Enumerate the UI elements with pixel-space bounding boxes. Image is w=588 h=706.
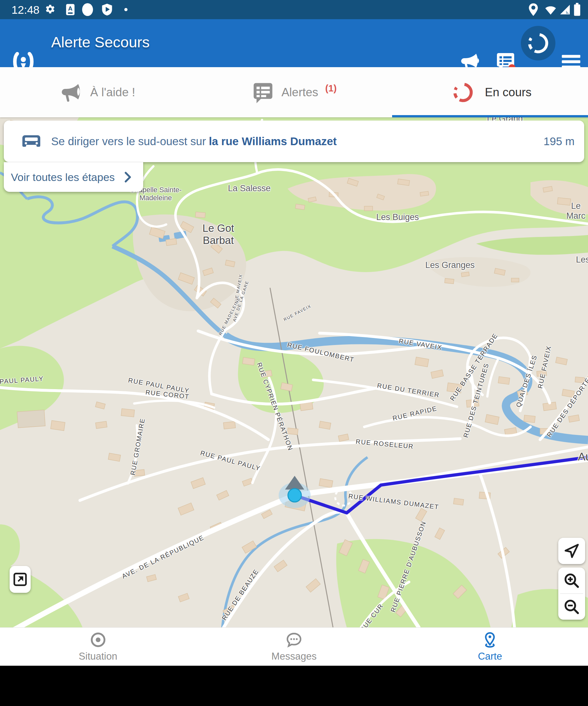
- bottom-nav-situation[interactable]: Situation: [0, 628, 196, 666]
- instruction-prefix: Se diriger vers le sud-ouest sur: [51, 135, 206, 148]
- tab-label: À l'aide !: [90, 86, 135, 99]
- bottom-nav-carte[interactable]: Carte: [392, 628, 588, 666]
- zoom-in-icon: [563, 572, 580, 589]
- shield-play-icon: [101, 0, 113, 19]
- recenter-compass-button[interactable]: [558, 538, 585, 564]
- open-external-map-button[interactable]: [10, 566, 31, 593]
- status-bar: 12:48 A: [0, 0, 588, 19]
- instruction-distance: 195 m: [544, 121, 575, 162]
- zoom-in-button[interactable]: [558, 567, 585, 593]
- location-pin-icon: [528, 0, 539, 19]
- android-navigation-bar: [0, 666, 588, 706]
- app-title: Alerte Secours: [51, 33, 150, 51]
- alert-list-icon: [252, 81, 275, 104]
- navigation-arrow-icon: [563, 543, 580, 559]
- signal-icon: [558, 0, 572, 19]
- gear-icon: [44, 0, 56, 19]
- tab-alertes[interactable]: Alertes (1): [196, 67, 392, 117]
- view-all-steps-label: Voir toutes les étapes: [11, 171, 115, 184]
- notification-dot-icon: [81, 0, 94, 19]
- svg-text:A: A: [68, 5, 73, 12]
- tab-en-cours[interactable]: En cours: [392, 67, 588, 117]
- situation-target-icon: [90, 631, 107, 648]
- app-bar: Alerte Secours: [0, 19, 588, 67]
- bottom-nav-label: Carte: [478, 651, 502, 662]
- zoom-out-icon: [563, 598, 580, 615]
- map-pin-icon: [481, 631, 498, 648]
- bottom-nav-label: Messages: [271, 651, 317, 662]
- messages-bubble-icon: [285, 631, 303, 648]
- bottom-nav-label: Situation: [79, 651, 117, 662]
- tab-a-laide[interactable]: À l'aide !: [0, 67, 196, 117]
- tab-label: Alertes: [282, 86, 318, 99]
- auto-brightness-icon: A: [66, 0, 75, 19]
- status-dot-icon: [124, 0, 128, 19]
- tab-label: En cours: [485, 86, 532, 99]
- instruction-street: la rue Williams Dumazet: [209, 135, 336, 148]
- bottom-navigation: Situation Messages Carte: [0, 627, 588, 666]
- external-link-icon: [13, 572, 28, 587]
- zoom-panel: [558, 567, 585, 620]
- status-time: 12:48: [11, 3, 40, 16]
- bottom-nav-messages[interactable]: Messages: [196, 628, 392, 666]
- zoom-out-button[interactable]: [558, 594, 585, 620]
- battery-icon: [573, 0, 581, 19]
- tab-bar: À l'aide ! Alertes (1) En cours: [0, 67, 588, 117]
- in-progress-spinner-icon: [448, 78, 478, 107]
- view-all-steps-button[interactable]: Voir toutes les étapes: [4, 162, 143, 192]
- tab-alertes-badge: (1): [325, 83, 336, 94]
- sync-spinner-button[interactable]: [521, 26, 555, 61]
- active-tab-indicator: [392, 115, 588, 117]
- car-icon: [23, 135, 40, 149]
- navigation-instruction-card[interactable]: Se diriger vers le sud-ouest sur la rue …: [4, 121, 584, 162]
- wifi-icon: [544, 0, 557, 19]
- instruction-text: Se diriger vers le sud-ouest sur la rue …: [51, 121, 337, 162]
- megaphone-icon: [61, 81, 83, 104]
- chevron-right-icon: [124, 172, 132, 183]
